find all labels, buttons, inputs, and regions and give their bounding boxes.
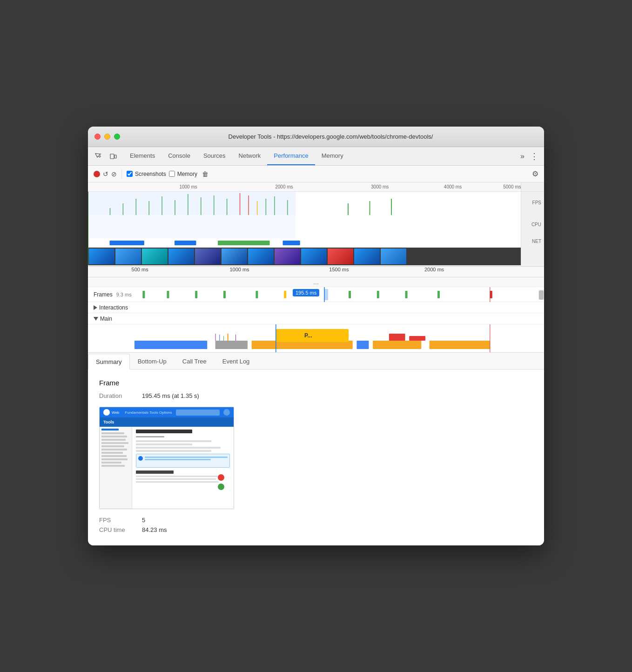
- interactions-expand-icon[interactable]: [94, 305, 97, 310]
- fps-stat-value: 5: [142, 517, 145, 524]
- timeline-details: Frames 9.3 ms: [88, 287, 544, 353]
- screenshots-label-space: [521, 247, 544, 265]
- fps-stat-label: FPS: [99, 517, 136, 524]
- main-label[interactable]: Main: [88, 316, 134, 322]
- svg-rect-54: [430, 341, 490, 349]
- ss-item-2: [101, 432, 124, 434]
- duration-label: Duration: [99, 392, 136, 399]
- memory-toggle[interactable]: Memory: [169, 171, 197, 177]
- ss-hint-icon: [138, 456, 143, 461]
- devtools-nav: Elements Console Sources Network Perform…: [88, 147, 544, 166]
- svg-rect-29: [218, 241, 270, 245]
- tab-elements[interactable]: Elements: [123, 147, 161, 165]
- ss-hint-box: [136, 454, 230, 468]
- ss-item-1: [101, 429, 119, 430]
- tab-performance[interactable]: Performance: [267, 147, 315, 165]
- svg-rect-52: [389, 334, 405, 341]
- ss-text-2: [136, 444, 192, 445]
- svg-rect-37: [324, 289, 328, 300]
- select-element-button[interactable]: [92, 150, 105, 163]
- tab-bottomup[interactable]: Bottom-Up: [130, 353, 175, 369]
- clear-button[interactable]: ⊘: [111, 170, 117, 178]
- screenshot-nav-labels: Fundamentals Tools Options: [125, 410, 172, 415]
- timeline-overview[interactable]: 1000 ms 2000 ms 3000 ms 4000 ms 5000 ms: [88, 182, 544, 266]
- svg-rect-55: [215, 334, 216, 341]
- screenshot-thumb: [89, 249, 114, 264]
- maximize-button[interactable]: [114, 134, 120, 140]
- settings-button[interactable]: ⚙: [532, 169, 538, 178]
- screenshots-toggle[interactable]: Screenshots: [127, 171, 166, 177]
- reload-button[interactable]: ↺: [103, 170, 108, 178]
- ss-list-1: [136, 476, 221, 477]
- ss-text-3: [136, 447, 221, 449]
- screenshot-thumb: [142, 249, 168, 264]
- screenshot-content: Web Fundamentals Tools Options Tools: [100, 407, 234, 509]
- screenshot-avatar: [223, 409, 230, 416]
- svg-rect-21: [88, 192, 296, 215]
- ss-button-red: [218, 474, 224, 481]
- ruler-4000ms: 4000 ms: [444, 184, 462, 189]
- ruler-5000ms: 5000 ms: [503, 184, 521, 189]
- tab-memory[interactable]: Memory: [315, 147, 350, 165]
- ss-item-3: [101, 436, 127, 437]
- scrollbar-thumb[interactable]: [539, 290, 544, 300]
- svg-rect-53: [409, 336, 425, 341]
- main-content: [134, 313, 538, 324]
- ss-item-8: [101, 452, 123, 454]
- tab-eventlog[interactable]: Event Log: [215, 353, 258, 369]
- main-thread-label-space: [88, 324, 134, 352]
- tab-network[interactable]: Network: [232, 147, 268, 165]
- svg-rect-45: [134, 341, 207, 349]
- performance-toolbar: ↺ ⊘ Screenshots Memory 🗑 ⚙: [88, 166, 544, 182]
- ruler-1500ms: 1500 ms: [329, 267, 349, 272]
- ss-text-4: [136, 450, 211, 452]
- ss-item-6: [101, 445, 124, 447]
- screenshot-topbar: Web Fundamentals Tools Options: [100, 407, 234, 417]
- svg-rect-49: [276, 329, 349, 342]
- svg-rect-27: [110, 241, 144, 245]
- main-row: Main: [88, 313, 544, 324]
- fps-chart: [88, 192, 521, 215]
- frames-content[interactable]: 195.5 ms: [134, 287, 538, 302]
- main-collapse-icon[interactable]: [94, 317, 98, 321]
- interactions-content: [134, 302, 538, 313]
- main-thread-area[interactable]: P...: [88, 324, 544, 352]
- tab-sources[interactable]: Sources: [197, 147, 232, 165]
- nav-tools: [92, 150, 120, 163]
- interactions-label[interactable]: Interactions: [88, 304, 134, 311]
- svg-rect-36: [284, 291, 286, 298]
- titlebar: Developer Tools - https://developers.goo…: [88, 127, 544, 147]
- ss-item-9: [101, 455, 127, 457]
- minimize-button[interactable]: [104, 134, 110, 140]
- tab-calltree[interactable]: Call Tree: [175, 353, 215, 369]
- svg-rect-1: [114, 155, 116, 158]
- svg-rect-56: [219, 335, 220, 341]
- screenshot-thumb: [168, 249, 194, 264]
- main-thread-tasks[interactable]: P...: [134, 324, 538, 352]
- close-button[interactable]: [94, 134, 101, 140]
- tab-console[interactable]: Console: [161, 147, 197, 165]
- svg-rect-58: [228, 334, 229, 341]
- ss-text-1: [136, 440, 211, 442]
- fps-row: FPS 5: [99, 517, 533, 524]
- svg-rect-0: [110, 154, 114, 159]
- device-toolbar-button[interactable]: [107, 150, 120, 163]
- timeline-scrollbar[interactable]: [538, 289, 544, 300]
- svg-rect-19: [370, 201, 370, 215]
- ss-item-10: [101, 458, 128, 460]
- clear-recording-button[interactable]: 🗑: [202, 170, 208, 178]
- tab-summary[interactable]: Summary: [88, 354, 130, 370]
- ruler-500ms: 500 ms: [132, 267, 148, 272]
- timeline-top-ruler: 1000 ms 2000 ms 3000 ms 4000 ms 5000 ms: [88, 182, 544, 192]
- svg-rect-33: [195, 291, 197, 298]
- screenshot-search-bar: [176, 410, 220, 416]
- svg-rect-20: [391, 199, 392, 215]
- timeline-sidebar-labels: [521, 182, 544, 191]
- svg-rect-42: [490, 291, 492, 298]
- screenshot-logo: [103, 409, 110, 416]
- more-tabs-button[interactable]: »: [517, 152, 528, 161]
- ss-item-7: [101, 449, 127, 450]
- record-button[interactable]: [94, 171, 100, 177]
- ss-hint-text-1: [145, 457, 228, 458]
- devtools-menu-button[interactable]: ⋮: [528, 151, 540, 161]
